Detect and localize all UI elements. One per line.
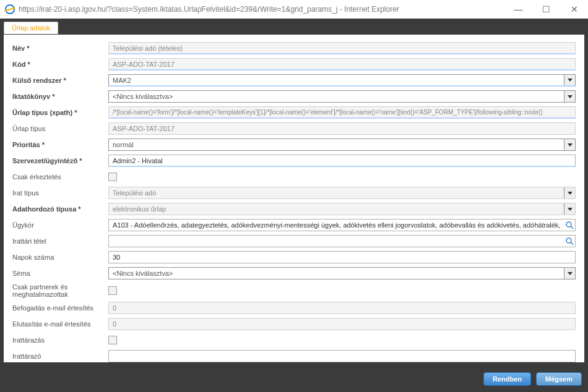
label-befogadas: Befogadás e-mail értesítés xyxy=(12,304,108,312)
label-irattari: Irattári tétel xyxy=(12,237,108,245)
tab-urlap-adatok[interactable]: Űrlap adatok xyxy=(4,22,58,34)
field-elutasitas: 0 xyxy=(108,318,576,330)
field-szervezet[interactable] xyxy=(108,155,576,167)
select-adathordozo[interactable]: elektronikus űrlap xyxy=(108,203,576,215)
svg-point-0 xyxy=(566,222,571,227)
chevron-down-icon xyxy=(564,91,575,102)
field-befogadas: 0 xyxy=(108,302,576,314)
chevron-down-icon xyxy=(564,187,575,198)
dialog-footer: Rendben Mégsem xyxy=(483,372,582,386)
window-title: https://irat-20-i.asp.lgov.hu/?class=Sys… xyxy=(19,5,504,14)
checkbox-csak-partnerek[interactable] xyxy=(108,286,117,295)
field-xpath: /*[local-name()='form']/*[local-name()='… xyxy=(108,106,576,119)
label-csak-partnerek: Csak partnerek és meghatalmazottak xyxy=(12,283,108,298)
label-kod: Kód * xyxy=(12,61,108,68)
field-kod: ASP-ADO-TAT-2017 xyxy=(108,58,576,70)
field-urlaptipus: ASP-ADO-TAT-2017 xyxy=(108,122,576,135)
minimize-button[interactable]: — xyxy=(504,0,532,19)
label-elutasitas: Elutasítás e-mail értesítés xyxy=(12,320,108,328)
field-nev: Települési adó (tételes) xyxy=(108,42,576,54)
select-sema[interactable]: <Nincs kiválasztva> xyxy=(108,267,576,279)
label-ugykor: Ügykör xyxy=(12,221,108,229)
label-prioritas: Prioritás * xyxy=(12,141,108,148)
select-iktatokonyv[interactable]: <Nincs kiválasztva> xyxy=(108,90,576,103)
field-irattarazo[interactable] xyxy=(108,350,576,362)
label-urlaptipus: Űrlap típus xyxy=(12,125,108,132)
select-iktatokonyv-value: <Nincs kiválasztva> xyxy=(113,93,173,100)
lookup-ugykor-button[interactable] xyxy=(564,220,574,230)
field-ugykor[interactable] xyxy=(108,219,576,231)
chevron-down-icon xyxy=(564,268,575,279)
label-xpath: Űrlap típus (xpath) * xyxy=(12,109,108,116)
svg-point-2 xyxy=(566,238,571,243)
select-irat-tipus[interactable]: Települési adó xyxy=(108,187,576,199)
form-panel: Név * Települési adó (tételes) Kód * ASP… xyxy=(4,35,584,362)
checkbox-csak-erkeztetes[interactable] xyxy=(108,173,117,181)
label-nev: Név * xyxy=(12,45,108,52)
label-irattarazas: Irattárazás xyxy=(12,336,108,344)
chevron-down-icon xyxy=(564,75,575,85)
svg-line-3 xyxy=(571,242,573,245)
label-irattarazo: Irattárazó xyxy=(12,352,108,360)
chevron-down-icon xyxy=(564,203,575,215)
window-titlebar: https://irat-20-i.asp.lgov.hu/?class=Sys… xyxy=(0,0,588,19)
svg-line-1 xyxy=(571,226,573,229)
label-kulso: Külső rendszer * xyxy=(12,77,108,84)
select-kulso-value: MAK2 xyxy=(113,77,131,84)
app-frame: Űrlap adatok Név * Települési adó (tétel… xyxy=(0,19,588,392)
select-irat-tipus-value: Települési adó xyxy=(113,189,156,197)
label-sema: Séma xyxy=(12,270,108,277)
label-napok: Napok száma xyxy=(12,254,108,261)
select-adathordozo-value: elektronikus űrlap xyxy=(113,205,166,213)
ok-button[interactable]: Rendben xyxy=(483,372,531,386)
field-irattari[interactable] xyxy=(108,235,576,247)
label-adathordozo: Adathordozó típusa * xyxy=(12,205,108,213)
chevron-down-icon xyxy=(564,139,575,150)
label-irat-tipus: Irat típus xyxy=(12,189,108,197)
select-prioritas[interactable]: normál xyxy=(108,138,576,151)
tab-label: Űrlap adatok xyxy=(12,24,50,32)
label-iktatokonyv: Iktatókönyv * xyxy=(12,93,108,100)
label-csak-erkeztetes: Csak érkeztetés xyxy=(12,173,108,181)
tab-bar: Űrlap adatok xyxy=(0,19,588,35)
select-sema-value: <Nincs kiválasztva> xyxy=(113,270,173,277)
select-prioritas-value: normál xyxy=(113,141,134,148)
window-controls: — ☐ ✕ xyxy=(504,0,588,19)
select-kulso[interactable]: MAK2 xyxy=(108,74,576,87)
field-napok[interactable] xyxy=(108,251,576,263)
checkbox-irattarazas[interactable] xyxy=(108,336,117,344)
close-button[interactable]: ✕ xyxy=(560,0,588,19)
lookup-irattari-button[interactable] xyxy=(564,236,574,246)
ie-icon xyxy=(5,4,15,14)
label-szervezet: Szervezet/ügyintéző * xyxy=(12,157,108,164)
cancel-button[interactable]: Mégsem xyxy=(536,372,582,386)
maximize-button[interactable]: ☐ xyxy=(532,0,560,19)
